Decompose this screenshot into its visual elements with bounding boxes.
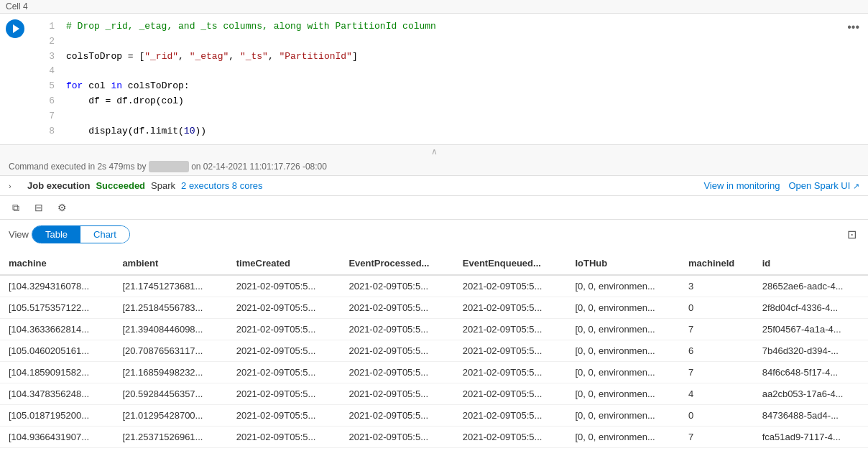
line-number: 5 xyxy=(34,79,55,94)
table-cell: [20.70876563117... xyxy=(114,340,227,362)
column-header: EventEnqueued... xyxy=(454,252,567,275)
line-number: 7 xyxy=(34,109,55,124)
table-cell: [20.59284456357... xyxy=(114,383,227,405)
line-number: 2 xyxy=(34,34,55,50)
table-cell: [105.0187195200... xyxy=(0,405,114,427)
table-cell: 0 xyxy=(680,297,754,319)
table-cell: 6 xyxy=(680,340,754,362)
table-row: [105.5175357122...[21.25184556783...2021… xyxy=(0,297,868,319)
table-cell: 2021-02-09T05:5... xyxy=(340,427,453,448)
table-cell: 2021-02-09T05:5... xyxy=(228,340,341,362)
job-label: Job execution xyxy=(27,180,90,191)
line-number: 1 xyxy=(34,19,55,34)
table-cell: 7 xyxy=(680,362,754,383)
table-cell: [0, 0, environmen... xyxy=(566,362,679,383)
more-options-icon[interactable]: ••• xyxy=(847,21,859,34)
table-cell: 2021-02-09T05:5... xyxy=(228,427,341,448)
table-row: [104.1859091582...[21.16859498232...2021… xyxy=(0,362,868,383)
view-monitoring-link[interactable]: View in monitoring xyxy=(703,180,780,191)
table-cell: fca51ad9-7117-4... xyxy=(754,427,868,448)
table-cell: 2021-02-09T05:5... xyxy=(340,383,453,405)
code-cell: 1# Drop _rid, _etag, and _ts columns, al… xyxy=(0,14,868,145)
execution-bar: Command executed in 2s 479ms by on 02-14… xyxy=(0,158,868,176)
line-number: 4 xyxy=(34,64,55,79)
code-line: df = df.drop(col) xyxy=(66,94,184,109)
table-cell: 28652ae6-aadc-4... xyxy=(754,275,868,297)
table-cell: 2021-02-09T05:5... xyxy=(228,405,341,427)
table-row: [104.3478356248...[20.59284456357...2021… xyxy=(0,383,868,405)
collapse-chevron[interactable]: ∧ xyxy=(0,145,868,158)
table-cell: 2021-02-09T05:5... xyxy=(340,340,453,362)
table-cell: 0 xyxy=(680,405,754,427)
table-cell: 2021-02-09T05:5... xyxy=(340,319,453,340)
copy-icon[interactable]: ⧉ xyxy=(9,200,23,215)
table-cell: [105.5175357122... xyxy=(0,297,114,319)
open-spark-link[interactable]: Open Spark UI ↗ xyxy=(788,180,859,191)
data-table-container: machineambienttimeCreatedEventProcessed.… xyxy=(0,252,868,454)
job-executors: 2 executors 8 cores xyxy=(181,180,262,191)
export-icon[interactable]: ⊡ xyxy=(847,228,857,241)
table-cell: 3 xyxy=(680,275,754,297)
table-cell: 2021-02-09T05:5... xyxy=(454,427,567,448)
table-cell: 2021-02-09T05:5... xyxy=(454,340,567,362)
table-cell: 2021-02-09T05:5... xyxy=(454,383,567,405)
table-cell: 25f04567-4a1a-4... xyxy=(754,319,868,340)
chart-view-button[interactable]: Chart xyxy=(80,226,129,243)
table-cell: 7 xyxy=(680,319,754,340)
run-button-col xyxy=(0,14,32,144)
exec-text: Command executed in 2s 479ms by xyxy=(9,162,146,172)
run-button[interactable] xyxy=(6,19,24,38)
table-cell: 2021-02-09T05:5... xyxy=(228,383,341,405)
table-cell: [104.9366431907... xyxy=(0,427,114,448)
table-cell: [104.3633662814... xyxy=(0,319,114,340)
table-header-row: machineambienttimeCreatedEventProcessed.… xyxy=(0,252,868,275)
view-label: View xyxy=(9,229,29,240)
table-row: [105.0460205161...[20.70876563117...2021… xyxy=(0,340,868,362)
table-cell: [21.17451273681... xyxy=(114,275,227,297)
table-cell: [0, 0, environmen... xyxy=(566,427,679,448)
table-cell: [105.0460205161... xyxy=(0,340,114,362)
table-view-button[interactable]: Table xyxy=(32,226,80,243)
table-cell: 2021-02-09T05:5... xyxy=(454,319,567,340)
table-cell: [0, 0, environmen... xyxy=(566,405,679,427)
table-cell: 2021-02-09T05:5... xyxy=(340,275,453,297)
line-number: 3 xyxy=(34,50,55,65)
job-collapse-toggle[interactable]: › xyxy=(9,181,19,191)
table-cell: 7 xyxy=(680,427,754,448)
toolbar-row: ⧉ ⊟ ⚙ xyxy=(0,196,868,220)
code-editor[interactable]: 1# Drop _rid, _etag, and _ts columns, al… xyxy=(32,14,868,144)
exec-user xyxy=(149,161,189,172)
table-cell: [104.1859091582... xyxy=(0,362,114,383)
table-cell: 2021-02-09T05:5... xyxy=(228,319,341,340)
table-row: [104.3294316078...[21.17451273681...2021… xyxy=(0,275,868,297)
table-cell: 2021-02-09T05:5... xyxy=(454,297,567,319)
table-cell: [104.3294316078... xyxy=(0,275,114,297)
cell-label-text: Cell 4 xyxy=(6,1,28,11)
cell-label: Cell 4 xyxy=(0,0,868,14)
table-cell: 2021-02-09T05:5... xyxy=(454,362,567,383)
table-cell: [0, 0, environmen... xyxy=(566,383,679,405)
spark-label: Spark xyxy=(151,180,175,191)
code-line: display(df.limit(10)) xyxy=(66,124,206,139)
table-cell: [0, 0, environmen... xyxy=(566,275,679,297)
table-row: [104.9366431907...[21.25371526961...2021… xyxy=(0,427,868,448)
table-body: [104.3294316078...[21.17451273681...2021… xyxy=(0,275,868,448)
settings-icon[interactable]: ⚙ xyxy=(55,200,69,215)
table-cell: 4 xyxy=(680,383,754,405)
table-row: [105.0187195200...[21.01295428700...2021… xyxy=(0,405,868,427)
table-cell: [21.16859498232... xyxy=(114,362,227,383)
view-toggle-row: View Table Chart ⊡ xyxy=(0,220,868,246)
line-number: 8 xyxy=(34,124,55,139)
external-link-icon: ↗ xyxy=(853,182,859,190)
table-cell: 2021-02-09T05:5... xyxy=(340,405,453,427)
filter-icon[interactable]: ⊟ xyxy=(32,200,46,215)
table-cell: 84f6c648-5f17-4... xyxy=(754,362,868,383)
table-cell: [21.01295428700... xyxy=(114,405,227,427)
column-header: timeCreated xyxy=(228,252,341,275)
code-line: for col in colsToDrop: xyxy=(66,79,190,94)
table-cell: aa2cb053-17a6-4... xyxy=(754,383,868,405)
table-cell: [21.25371526961... xyxy=(114,427,227,448)
table-cell: 2021-02-09T05:5... xyxy=(454,275,567,297)
code-line: colsToDrop = ["_rid", "_etag", "_ts", "P… xyxy=(66,50,358,65)
table-cell: [21.25184556783... xyxy=(114,297,227,319)
